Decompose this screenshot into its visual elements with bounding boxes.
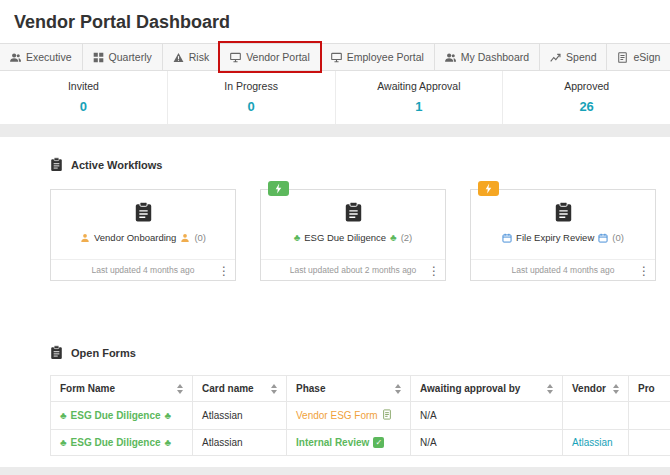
tab-label: eSign	[633, 51, 660, 63]
dashboard-tabbar: Executive Quarterly Risk Vendor Portal E…	[0, 43, 670, 71]
card-name-row: Vendor Onboarding (0)	[51, 232, 235, 243]
form-name-link[interactable]: ESG Due Diligence	[71, 437, 161, 448]
open-forms-section: Open Forms Form Name Card name	[50, 345, 670, 456]
tab-risk[interactable]: Risk	[163, 44, 220, 70]
card-body: ♣ ESG Due Diligence ♣ (2)	[261, 190, 445, 243]
form-name-link[interactable]: ESG Due Diligence	[71, 410, 161, 421]
tab-spend[interactable]: Spend	[540, 44, 607, 70]
stat-label: Approved	[503, 80, 670, 92]
phase-cell: Vendor ESG Form	[287, 402, 411, 430]
sort-icon[interactable]	[271, 384, 277, 394]
card-name-cell: Atlassian	[193, 430, 287, 456]
card-footer: Last updated 4 months ago	[51, 259, 235, 280]
tab-executive[interactable]: Executive	[0, 44, 83, 70]
tab-label: Employee Portal	[347, 51, 424, 63]
tree-icon: ♣	[165, 411, 172, 421]
column-label: Pro	[638, 383, 655, 394]
form-name-cell: ♣ ESG Due Diligence ♣	[51, 430, 193, 456]
warning-triangle-icon	[173, 52, 184, 63]
column-header-card-name[interactable]: Card name	[193, 376, 287, 402]
section-title: Active Workflows	[71, 159, 163, 171]
calendar-icon	[598, 233, 608, 243]
monitor-icon	[331, 52, 342, 63]
tab-vendor-portal[interactable]: Vendor Portal	[220, 44, 321, 70]
tab-label: Executive	[26, 51, 72, 63]
card-footer: Last updated about 2 months ago	[261, 259, 445, 280]
page-header: Vendor Portal Dashboard	[0, 0, 670, 43]
tree-icon: ♣	[294, 233, 301, 243]
progress-cell	[629, 430, 670, 456]
column-header-phase[interactable]: Phase	[287, 376, 411, 402]
stat-label: Invited	[0, 80, 167, 92]
workflow-card-vendor-onboarding[interactable]: Vendor Onboarding (0) Last updated 4 mon…	[50, 189, 236, 281]
workflow-count: (2)	[401, 232, 413, 243]
check-icon: ✓	[373, 437, 384, 448]
main-panel: Active Workflows Vendor Onboarding (0) L…	[0, 137, 670, 467]
automation-bolt-badge	[268, 181, 289, 196]
monitor-icon	[230, 52, 241, 63]
stat-awaiting-approval: Awaiting Approval 1	[336, 71, 504, 124]
column-label: Vendor	[572, 383, 606, 394]
tab-quarterly[interactable]: Quarterly	[83, 44, 163, 70]
phase-cell: Internal Review ✓	[287, 430, 411, 456]
tab-label: Vendor Portal	[246, 51, 310, 63]
workflow-name: ESG Due Diligence	[304, 232, 386, 243]
card-name-row: File Expiry Review (0)	[471, 232, 655, 243]
phase-link[interactable]: Internal Review	[296, 437, 369, 448]
tab-label: Quarterly	[109, 51, 152, 63]
workflow-count: (0)	[194, 232, 206, 243]
workflow-count: (0)	[612, 232, 624, 243]
workflow-name: Vendor Onboarding	[94, 232, 176, 243]
page-title: Vendor Portal Dashboard	[14, 12, 656, 33]
stat-value-link[interactable]: 1	[336, 99, 503, 114]
progress-cell	[629, 402, 670, 430]
vendor-cell: Atlassian	[563, 430, 629, 456]
tab-esign[interactable]: eSign	[607, 44, 670, 70]
column-header-awaiting-approval-by[interactable]: Awaiting approval by	[411, 376, 563, 402]
tab-my-dashboard[interactable]: My Dashboard	[435, 44, 540, 70]
card-name-cell: Atlassian	[193, 402, 287, 430]
sort-icon[interactable]	[395, 384, 401, 394]
stat-approved: Approved 26	[503, 71, 670, 124]
sort-icon[interactable]	[613, 384, 619, 394]
kebab-menu-icon[interactable]: ⋮	[638, 264, 650, 278]
card-body: File Expiry Review (0)	[471, 190, 655, 243]
table-grid-icon	[93, 52, 104, 63]
sort-icon[interactable]	[177, 384, 183, 394]
workflow-name: File Expiry Review	[516, 232, 594, 243]
last-updated-text: Last updated 4 months ago	[511, 265, 614, 275]
workflow-cards: Vendor Onboarding (0) Last updated 4 mon…	[50, 189, 670, 281]
kebab-menu-icon[interactable]: ⋮	[428, 264, 440, 278]
vendor-link[interactable]: Atlassian	[572, 437, 613, 448]
stat-value-link[interactable]: 0	[0, 99, 167, 114]
last-updated-text: Last updated 4 months ago	[91, 265, 194, 275]
form-doc-icon	[382, 409, 392, 422]
sort-icon[interactable]	[547, 384, 553, 394]
workflow-card-file-expiry-review[interactable]: File Expiry Review (0) Last updated 4 mo…	[470, 189, 656, 281]
phase-link[interactable]: Vendor ESG Form	[296, 410, 378, 421]
tab-employee-portal[interactable]: Employee Portal	[321, 44, 435, 70]
last-updated-text: Last updated about 2 months ago	[290, 265, 417, 275]
table-header-row: Form Name Card name Phase Awaiting appro…	[51, 376, 670, 402]
workflow-card-esg-due-diligence[interactable]: ♣ ESG Due Diligence ♣ (2) Last updated a…	[260, 189, 446, 281]
tree-icon: ♣	[60, 438, 67, 448]
stat-value-link[interactable]: 0	[168, 99, 335, 114]
calendar-icon	[502, 233, 512, 243]
column-header-progress[interactable]: Pro	[629, 376, 670, 402]
open-forms-header: Open Forms	[50, 345, 670, 360]
automation-bolt-badge	[478, 181, 499, 196]
column-label: Phase	[296, 383, 325, 394]
people-icon	[10, 52, 21, 63]
kebab-menu-icon[interactable]: ⋮	[218, 264, 230, 278]
column-header-form-name[interactable]: Form Name	[51, 376, 193, 402]
column-label: Card name	[202, 383, 254, 394]
stat-value-link[interactable]: 26	[503, 99, 670, 114]
lightning-icon	[485, 183, 492, 194]
stat-invited: Invited 0	[0, 71, 168, 124]
table-row: ♣ ESG Due Diligence ♣ Atlassian Vendor E…	[51, 402, 670, 430]
card-footer: Last updated 4 months ago	[471, 259, 655, 280]
lightning-icon	[275, 183, 282, 194]
column-header-vendor[interactable]: Vendor	[563, 376, 629, 402]
clipboard-icon	[344, 209, 363, 226]
clipboard-icon	[554, 209, 573, 226]
